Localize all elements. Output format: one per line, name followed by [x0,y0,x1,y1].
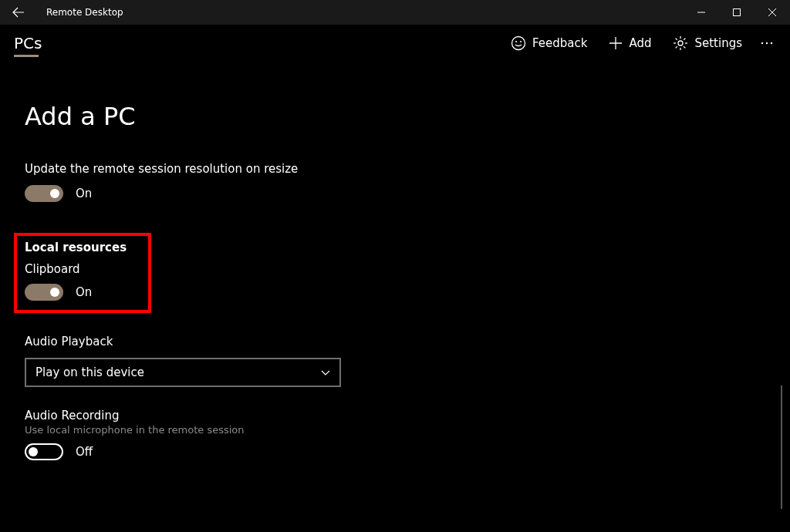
svg-point-1 [511,37,525,50]
add-button[interactable]: Add [598,25,662,62]
ellipsis-icon [759,35,775,51]
close-icon [768,8,776,16]
resolution-label: Update the remote session resolution on … [25,162,765,176]
audio-recording-state: Off [76,445,93,459]
audio-recording-toggle[interactable] [25,443,63,460]
toggle-knob [50,189,59,198]
svg-point-3 [520,41,522,42]
window-title: Remote Desktop [46,7,123,18]
svg-point-2 [515,41,517,42]
audio-recording-toggle-row: Off [25,443,765,460]
tab-underline [14,55,39,57]
clipboard-toggle-row: On [25,284,140,301]
clipboard-toggle[interactable] [25,284,63,301]
tab-pcs[interactable]: PCs [14,34,42,52]
local-resources-highlight: Local resources Clipboard On [14,233,151,313]
svg-point-7 [771,42,772,44]
command-bar: PCs Feedback Add Settings [0,25,790,62]
resolution-toggle-row: On [25,185,765,202]
resolution-state: On [76,187,92,200]
maximize-icon [733,8,741,16]
close-button[interactable] [755,0,790,25]
toggle-knob [29,447,38,456]
audio-recording-label: Audio Recording [25,409,765,423]
smiley-icon [511,35,526,51]
clipboard-label: Clipboard [25,262,140,276]
svg-point-5 [761,42,763,44]
svg-point-4 [678,41,683,45]
audio-playback-label: Audio Playback [25,335,765,348]
settings-label: Settings [694,36,742,50]
feedback-label: Feedback [532,36,587,50]
feedback-button[interactable]: Feedback [500,25,598,62]
minimize-button[interactable] [684,0,719,25]
resolution-toggle[interactable] [25,185,63,202]
maximize-button[interactable] [719,0,755,25]
svg-point-6 [766,42,768,44]
clipboard-state: On [76,285,92,299]
local-resources-heading: Local resources [25,241,140,254]
page-title: Add a PC [25,102,765,131]
title-bar: Remote Desktop [0,0,790,25]
add-label: Add [629,36,651,50]
audio-playback-select[interactable]: Play on this device [25,358,341,387]
plus-icon [609,36,623,50]
back-button[interactable] [0,0,37,25]
toggle-knob [50,288,59,297]
scrollbar[interactable] [781,386,782,509]
audio-recording-sublabel: Use local microphone in the remote sessi… [25,424,765,436]
gear-icon [673,35,688,51]
audio-playback-selected: Play on this device [35,365,144,379]
minimize-icon [697,8,705,16]
settings-button[interactable]: Settings [662,25,753,62]
window-controls [684,0,790,25]
tab-label: PCs [14,34,42,54]
more-button[interactable] [753,25,781,62]
svg-rect-0 [734,9,741,16]
content-pane: Add a PC Update the remote session resol… [0,62,790,460]
chevron-down-icon [321,368,330,377]
back-arrow-icon [12,6,25,19]
